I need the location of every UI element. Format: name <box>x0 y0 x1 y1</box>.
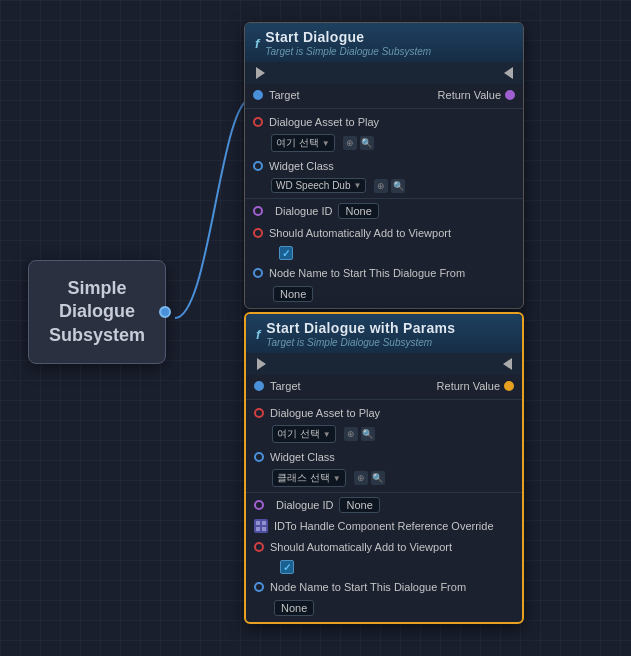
node1-subtitle: Target is Simple Dialogue Subsystem <box>265 46 431 57</box>
node2-node-name-row: Node Name to Start This Dialogue From <box>246 576 522 598</box>
subsystem-node: SimpleDialogueSubsystem <box>28 260 166 364</box>
node2-widget-class-row: Widget Class <box>246 446 522 468</box>
subsystem-output-pin[interactable] <box>159 306 171 318</box>
subsystem-title: SimpleDialogueSubsystem <box>49 277 145 347</box>
node2-dialogue-id-label: Dialogue ID <box>276 499 333 511</box>
node1-return-label: Return Value <box>438 89 501 101</box>
node1-dialogue-id-value: None <box>345 205 371 217</box>
node2-return-label: Return Value <box>437 380 500 392</box>
svg-rect-3 <box>262 527 266 531</box>
node2-node-name-value: None <box>281 602 307 614</box>
node1-asset-icon-2[interactable]: 🔍 <box>360 136 374 150</box>
node1-dialogue-asset-row: Dialogue Asset to Play <box>245 111 523 133</box>
node1-exec-row <box>245 62 523 84</box>
node2-dialogue-asset-pin[interactable] <box>254 408 264 418</box>
node2-checkbox-row: ✓ <box>246 558 522 576</box>
svg-rect-0 <box>256 521 260 525</box>
node2-asset-icon-1[interactable]: ⊕ <box>344 427 358 441</box>
node1-node-name-label: Node Name to Start This Dialogue From <box>269 267 465 279</box>
node2-dialogue-id-pin[interactable] <box>254 500 264 510</box>
node2-exec-in[interactable] <box>254 357 268 371</box>
node1-widget-icon-2[interactable]: 🔍 <box>391 179 405 193</box>
node1-dialogue-id-label: Dialogue ID <box>275 205 332 217</box>
node1-node-name-value-row: None <box>245 284 523 308</box>
node2-asset-icon-2[interactable]: 🔍 <box>361 427 375 441</box>
node1-checkbox-row: ✓ <box>245 244 523 262</box>
node2-node-name-value-row: None <box>246 598 522 622</box>
node1-widget-class-value: WD Speech Dub <box>276 180 350 191</box>
node1-widget-class-pin[interactable] <box>253 161 263 171</box>
node1-dialogue-id-field: Dialogue ID None <box>245 201 523 222</box>
node1-asset-icons: ⊕ 🔍 <box>343 136 374 150</box>
node2-dialogue-asset-value: 여기 선택 <box>277 427 320 441</box>
node2-auto-add-label: Should Automatically Add to Viewport <box>270 541 452 553</box>
node2-widget-class-label: Widget Class <box>270 451 335 463</box>
node2-widget-icon-1[interactable]: ⊕ <box>354 471 368 485</box>
exec-in-arrow-2 <box>257 358 266 370</box>
idto-icon <box>254 519 268 533</box>
node1-auto-add-label: Should Automatically Add to Viewport <box>269 227 451 239</box>
node1-dialogue-id-box[interactable]: None <box>338 203 378 219</box>
node1-widget-class-dropdown[interactable]: WD Speech Dub ▼ <box>271 178 366 193</box>
node2-node-name-label: Node Name to Start This Dialogue From <box>270 581 466 593</box>
node1-auto-add-pin[interactable] <box>253 228 263 238</box>
dropdown-arrow-2: ▼ <box>353 181 361 190</box>
node1-exec-out[interactable] <box>501 66 515 80</box>
node1-target-label: Target <box>269 89 300 101</box>
node2-node-name-pin[interactable] <box>254 582 264 592</box>
func-icon-1: f <box>255 36 259 51</box>
node1-auto-add-row: Should Automatically Add to Viewport <box>245 222 523 244</box>
node2-asset-icons: ⊕ 🔍 <box>344 427 375 441</box>
node2-dialogue-id-box[interactable]: None <box>339 497 379 513</box>
node1-target-pin[interactable] <box>253 90 263 100</box>
node2-return-pin[interactable] <box>504 381 514 391</box>
idto-svg <box>256 521 266 531</box>
start-dialogue-node: f Start Dialogue Target is Simple Dialog… <box>244 22 524 309</box>
node1-node-name-pin[interactable] <box>253 268 263 278</box>
node1-widget-icon-1[interactable]: ⊕ <box>374 179 388 193</box>
node2-target-pin-row: Target Return Value <box>246 375 522 397</box>
node1-dialogue-asset-label: Dialogue Asset to Play <box>269 116 379 128</box>
node2-dialogue-asset-row: Dialogue Asset to Play <box>246 402 522 424</box>
node1-asset-icon-1[interactable]: ⊕ <box>343 136 357 150</box>
check-mark-1: ✓ <box>282 248 290 259</box>
start-dialogue-params-node: f Start Dialogue with Params Target is S… <box>244 312 524 624</box>
node2-header: f Start Dialogue with Params Target is S… <box>246 314 522 353</box>
node2-checkbox[interactable]: ✓ <box>280 560 294 574</box>
node1-node-name-box[interactable]: None <box>273 286 313 302</box>
node1-title: Start Dialogue <box>265 29 431 45</box>
node2-widget-icons: ⊕ 🔍 <box>354 471 385 485</box>
node2-dialogue-id-value: None <box>346 499 372 511</box>
exec-out-arrow-2 <box>503 358 512 370</box>
func-icon-2: f <box>256 327 260 342</box>
node1-header: f Start Dialogue Target is Simple Dialog… <box>245 23 523 62</box>
svg-rect-2 <box>256 527 260 531</box>
node1-node-name-value: None <box>280 288 306 300</box>
node1-dialogue-id-pin[interactable] <box>253 206 263 216</box>
check-mark-2: ✓ <box>283 562 291 573</box>
node2-idto-row: IDTo Handle Component Reference Override <box>246 516 522 536</box>
node2-widget-class-dropdown[interactable]: 클래스 선택 ▼ <box>272 469 346 487</box>
node2-node-name-box[interactable]: None <box>274 600 314 616</box>
node1-return-pin[interactable] <box>505 90 515 100</box>
node2-exec-out[interactable] <box>500 357 514 371</box>
node2-idto-label: IDTo Handle Component Reference Override <box>274 520 494 532</box>
node1-dialogue-asset-dropdown[interactable]: 여기 선택 ▼ <box>271 134 335 152</box>
node2-dialogue-asset-dropdown[interactable]: 여기 선택 ▼ <box>272 425 336 443</box>
node2-auto-add-pin[interactable] <box>254 542 264 552</box>
node2-subtitle: Target is Simple Dialogue Subsystem <box>266 337 455 348</box>
node1-dialogue-asset-pin[interactable] <box>253 117 263 127</box>
node1-widget-class-label: Widget Class <box>269 160 334 172</box>
node1-widget-icons: ⊕ 🔍 <box>374 179 405 193</box>
node1-node-name-row: Node Name to Start This Dialogue From <box>245 262 523 284</box>
node1-checkbox[interactable]: ✓ <box>279 246 293 260</box>
node2-dialogue-asset-label: Dialogue Asset to Play <box>270 407 380 419</box>
node2-title: Start Dialogue with Params <box>266 320 455 336</box>
svg-rect-1 <box>262 521 266 525</box>
node2-target-pin[interactable] <box>254 381 264 391</box>
node2-widget-icon-2[interactable]: 🔍 <box>371 471 385 485</box>
node1-exec-in[interactable] <box>253 66 267 80</box>
node2-widget-class-pin[interactable] <box>254 452 264 462</box>
exec-out-arrow <box>504 67 513 79</box>
node1-dialogue-asset-value: 여기 선택 <box>276 136 319 150</box>
